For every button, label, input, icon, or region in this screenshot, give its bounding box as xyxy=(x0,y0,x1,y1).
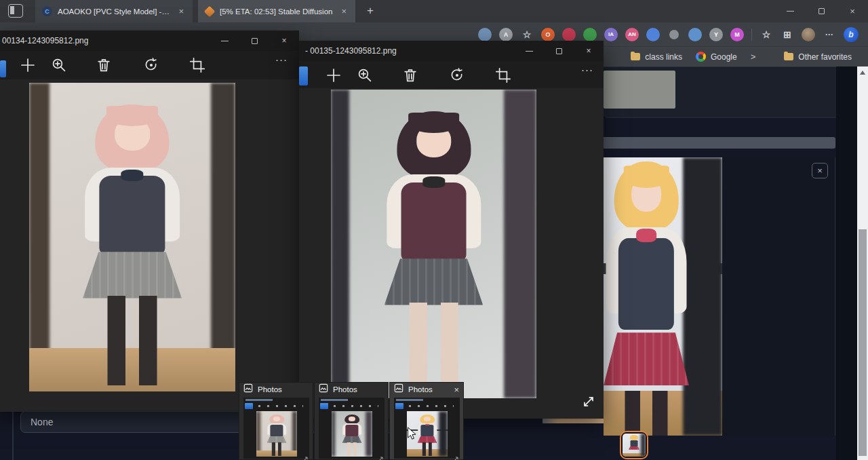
photo-blurred-figure xyxy=(332,411,335,457)
mini-title-bar xyxy=(245,399,273,401)
girl-legs xyxy=(272,442,281,455)
crop-button[interactable] xyxy=(495,67,511,83)
extension-icon[interactable]: Y xyxy=(709,28,723,41)
rotate-button[interactable] xyxy=(449,67,465,83)
zoom-button[interactable] xyxy=(51,57,67,73)
mini-photos-window xyxy=(243,398,309,459)
tab-close-icon[interactable]: × xyxy=(339,6,349,16)
extension-icon[interactable]: O xyxy=(541,28,555,41)
zoom-button[interactable] xyxy=(357,67,373,83)
close-button[interactable]: × xyxy=(269,31,299,51)
browser-tab-bar: C AOAOKO [PVC Style Model] - PV × [5% ET… xyxy=(0,0,868,22)
extension-icon[interactable]: M xyxy=(730,28,744,41)
photo-side-panel xyxy=(29,83,50,391)
favorite-class-links[interactable]: class links xyxy=(627,50,686,64)
see-more-button[interactable]: ··· xyxy=(581,64,593,75)
crop-button[interactable] xyxy=(189,57,205,73)
profile-avatar[interactable] xyxy=(802,28,815,41)
photo-00135[interactable] xyxy=(331,90,536,398)
delete-button[interactable] xyxy=(402,67,418,83)
girl-legs xyxy=(625,391,668,436)
girl-ribbon xyxy=(422,176,445,187)
mouse-cursor xyxy=(407,427,417,442)
add-to-button[interactable] xyxy=(20,57,36,73)
anime-photo-blonde xyxy=(604,157,722,436)
extension-icon[interactable] xyxy=(478,28,492,41)
photos-app-icon xyxy=(319,383,328,396)
extension-icon[interactable] xyxy=(562,28,576,41)
favorite-google[interactable]: Google xyxy=(692,50,741,64)
minimize-button[interactable] xyxy=(514,41,544,61)
photos-title-bar[interactable]: 00134-1243095812.png × xyxy=(0,31,299,51)
scrollbar-up-arrow[interactable] xyxy=(860,71,865,75)
maximize-button[interactable] xyxy=(239,31,269,51)
close-button[interactable]: × xyxy=(574,41,604,61)
delete-button[interactable] xyxy=(96,57,112,73)
preview-close-icon[interactable]: × xyxy=(454,385,459,395)
sd-panel-thumbnail xyxy=(604,71,675,109)
girl-face xyxy=(273,417,280,421)
page-gutter xyxy=(836,66,857,460)
tab-close-icon[interactable]: × xyxy=(176,6,186,16)
extension-icon[interactable]: A xyxy=(499,28,513,41)
girl-skirt xyxy=(83,252,182,298)
mini-resize-icon xyxy=(378,453,383,458)
fullscreen-expand-icon[interactable] xyxy=(581,394,596,409)
civitai-icon: C xyxy=(42,6,52,16)
photo-suit-figure xyxy=(641,434,646,457)
extension-icon[interactable] xyxy=(688,28,702,41)
photo-blurred-figure xyxy=(331,90,349,398)
favorites-overflow-chevron[interactable]: > xyxy=(751,52,756,62)
mini-selected-accent xyxy=(395,403,403,409)
photos-window-title: 00134-1243095812.png xyxy=(2,36,88,45)
sd-gallery-selected-thumbnail[interactable] xyxy=(620,431,648,459)
anime-photo-pink-hair xyxy=(29,83,235,391)
google-icon xyxy=(696,52,706,62)
add-to-button[interactable] xyxy=(326,67,342,83)
favorite-other-favorites[interactable]: Other favorites xyxy=(780,50,856,64)
browser-tab-civitai[interactable]: C AOAOKO [PVC Style Model] - PV × xyxy=(35,0,193,22)
scrollbar-thumb[interactable] xyxy=(859,229,867,456)
minimize-button[interactable] xyxy=(774,0,806,22)
photo-suit-figure xyxy=(439,411,448,457)
girl-vest xyxy=(345,425,358,436)
mini-title-bar xyxy=(321,399,348,401)
extension-icon[interactable]: AN xyxy=(625,28,639,41)
photos-window-00135: - 00135-1243095812.png × ··· xyxy=(299,41,604,419)
extension-icon[interactable] xyxy=(646,28,660,41)
girl-legs xyxy=(409,303,458,392)
taskbar-preview-photos-1[interactable]: Photos xyxy=(239,382,313,460)
extension-icon[interactable] xyxy=(669,30,679,39)
close-button[interactable]: × xyxy=(837,0,868,22)
collections-star-icon[interactable]: ☆ xyxy=(760,28,773,41)
taskbar-preview-photos-3[interactable]: Photos × xyxy=(389,382,464,460)
collections-icon[interactable]: ⊞ xyxy=(781,28,794,41)
maximize-button[interactable] xyxy=(544,41,574,61)
restore-button[interactable] xyxy=(806,0,837,22)
girl-vest xyxy=(270,425,283,436)
settings-more-icon[interactable]: ··· xyxy=(823,28,836,41)
mini-title-bar xyxy=(396,399,423,401)
sd-close-image-button[interactable]: × xyxy=(812,163,828,178)
panel-divider xyxy=(12,407,14,460)
girl-face xyxy=(349,417,355,421)
favorite-label: Other favorites xyxy=(798,52,852,62)
bing-chat-icon[interactable]: b xyxy=(844,27,859,42)
girl-skirt xyxy=(384,258,483,305)
minimize-button[interactable] xyxy=(210,31,239,51)
extension-icon[interactable]: IA xyxy=(604,28,618,41)
taskbar-preview-photos-2[interactable]: Photos xyxy=(314,382,389,460)
sd-result-image[interactable] xyxy=(604,157,722,436)
see-more-button[interactable]: ··· xyxy=(275,54,288,65)
girl-legs xyxy=(108,296,157,385)
mini-resize-icon xyxy=(453,453,458,458)
tab-search-icon[interactable] xyxy=(8,4,23,18)
photos-title-bar[interactable]: - 00135-1243095812.png × xyxy=(299,41,604,61)
browser-tab-stable-diffusion[interactable]: [5% ETA: 02:53] Stable Diffusion × xyxy=(198,0,355,22)
photo-00134[interactable] xyxy=(29,83,235,391)
favorites-star-icon[interactable]: ☆ xyxy=(520,28,534,41)
new-tab-button[interactable]: + xyxy=(362,3,378,19)
rotate-button[interactable] xyxy=(143,57,159,73)
extension-icon[interactable] xyxy=(583,28,597,41)
favorite-label: class links xyxy=(645,52,682,62)
